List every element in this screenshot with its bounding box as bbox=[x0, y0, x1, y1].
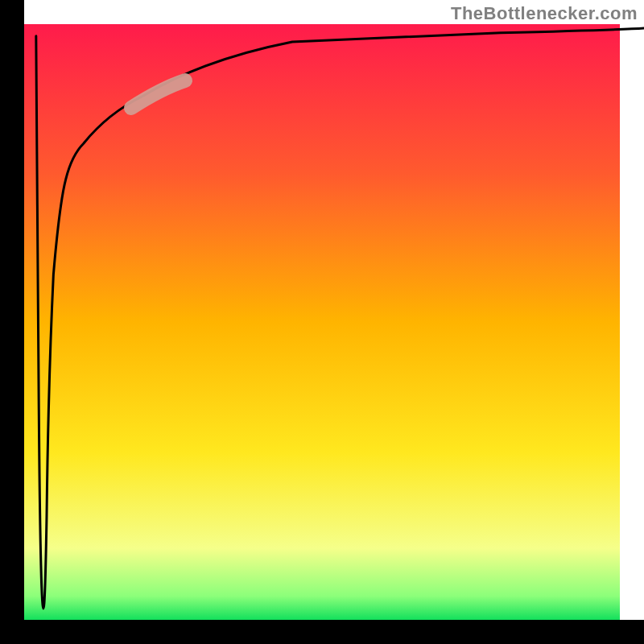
bottleneck-chart bbox=[0, 0, 644, 644]
watermark-label: TheBottlenecker.com bbox=[451, 3, 638, 24]
y-axis bbox=[0, 0, 24, 644]
chart-container: TheBottlenecker.com bbox=[0, 0, 644, 644]
x-axis bbox=[0, 620, 644, 644]
